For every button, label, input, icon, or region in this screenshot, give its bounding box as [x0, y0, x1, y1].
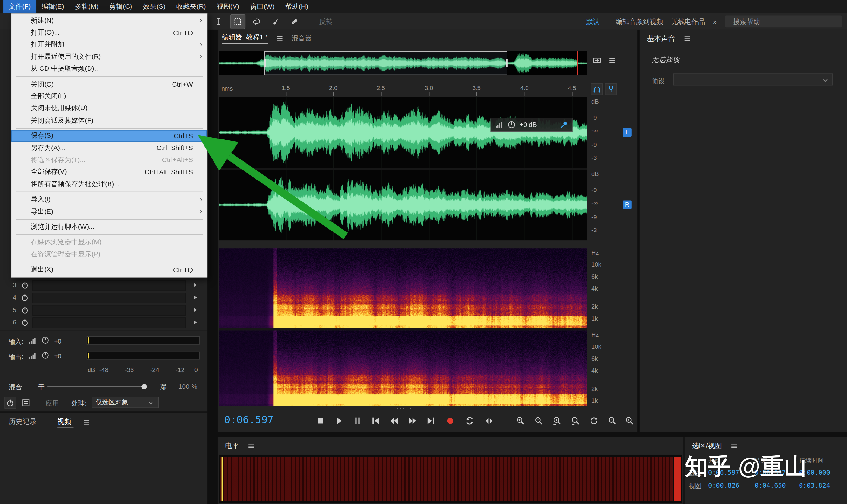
essential-sound-menu-icon[interactable]	[683, 35, 692, 43]
slot-arrow-icon[interactable]	[191, 281, 199, 289]
history-panel-menu-icon[interactable]	[82, 418, 91, 427]
zoom-selection-right-button[interactable]	[623, 414, 636, 427]
file-menu-item-6[interactable]: 关闭(C)Ctrl+W	[11, 78, 207, 90]
slot-power-button[interactable]	[21, 318, 30, 327]
rack-list-icon[interactable]	[22, 398, 30, 407]
spot-healing-brush-tool[interactable]	[287, 15, 301, 29]
slot-arrow-icon[interactable]	[191, 319, 199, 326]
zoom-out-time-button[interactable]	[569, 414, 582, 427]
mix-slider-handle[interactable]	[141, 384, 147, 390]
file-menu-item-2[interactable]: 打开并附加›	[11, 39, 207, 51]
overview-playhead[interactable]	[577, 51, 578, 75]
file-menu-item-25[interactable]: 退出(X)Ctrl+Q	[11, 264, 207, 276]
slot-arrow-icon[interactable]	[191, 306, 199, 313]
clip-indicator[interactable]	[674, 457, 681, 501]
menubar-item-2[interactable]: 多轨(M)	[69, 0, 104, 13]
zoom-in-button[interactable]	[514, 414, 527, 427]
spectrogram-canvas-right[interactable]	[219, 330, 587, 406]
menubar-item-1[interactable]: 编辑(E)	[36, 0, 69, 13]
workspace-overflow-chevrons[interactable]: »	[713, 18, 717, 25]
record-button[interactable]	[443, 414, 456, 427]
slot-arrow-icon[interactable]	[191, 294, 199, 301]
fast-forward-button[interactable]	[406, 414, 419, 427]
file-menu-item-18[interactable]: 导出(E)›	[11, 206, 207, 218]
mix-slider-track[interactable]	[48, 386, 144, 387]
apply-button[interactable]: 应用	[45, 399, 59, 408]
waveform-canvas-left[interactable]	[219, 97, 587, 168]
lasso-selection-tool[interactable]	[250, 15, 264, 29]
file-menu-item-14[interactable]: 全部保存(V)Ctrl+Alt+Shift+S	[11, 166, 207, 178]
file-menu-item-12[interactable]: 另存为(A)...Ctrl+Shift+S	[11, 142, 207, 154]
preset-select[interactable]	[673, 73, 833, 85]
slot-power-button[interactable]	[21, 293, 30, 302]
paintbrush-selection-tool[interactable]	[268, 15, 282, 29]
menubar-item-8[interactable]: 帮助(H)	[280, 0, 313, 13]
output-gain-knob[interactable]	[41, 351, 50, 360]
spectrogram-canvas-left[interactable]	[219, 248, 587, 328]
selection-view-menu-icon[interactable]	[730, 442, 739, 450]
menubar-item-7[interactable]: 窗口(W)	[245, 0, 280, 13]
zoom-selection-left-button[interactable]	[606, 414, 619, 427]
input-gain-knob[interactable]	[41, 336, 50, 344]
channel-badge-R[interactable]: R	[623, 200, 632, 209]
wave-spectral-splitter[interactable]: ······	[219, 243, 587, 246]
rack-power-button[interactable]	[4, 397, 16, 409]
hud-pin-icon[interactable]	[560, 121, 568, 129]
channel-badge-L[interactable]: L	[623, 128, 632, 137]
editor-panel-menu-icon[interactable]	[275, 34, 284, 42]
pause-button[interactable]	[351, 414, 364, 427]
menubar-item-6[interactable]: 视图(V)	[211, 0, 245, 13]
file-menu-item-20[interactable]: 浏览并运行脚本(W)...	[11, 221, 207, 233]
zoom-in-time-button[interactable]	[550, 414, 563, 427]
tab-mixer[interactable]: 混音器	[292, 34, 312, 43]
auto-scroll-icon[interactable]	[593, 56, 601, 65]
reverse-button[interactable]: 反转	[316, 17, 336, 27]
file-menu-item-9[interactable]: 关闭会话及其媒体(F)	[11, 114, 207, 127]
view-range-box[interactable]	[264, 51, 507, 75]
help-search-input[interactable]: 搜索帮助	[725, 16, 842, 28]
marquee-selection-tool[interactable]	[231, 15, 245, 29]
play-button[interactable]	[332, 414, 345, 427]
rewind-button[interactable]	[387, 414, 400, 427]
hud-gain-knob[interactable]	[507, 121, 516, 129]
zoom-reset-button[interactable]	[587, 414, 600, 427]
file-menu-item-11[interactable]: 保存(S)Ctrl+S	[11, 130, 207, 142]
menubar-item-4[interactable]: 效果(S)	[138, 0, 171, 13]
file-menu-item-17[interactable]: 导入(I)›	[11, 193, 207, 205]
tab-video[interactable]: 视频	[57, 417, 71, 427]
overview-menu-icon[interactable]	[607, 56, 616, 65]
overview-strip[interactable]	[219, 51, 587, 75]
file-menu-item-0[interactable]: 新建(N)›	[11, 15, 207, 26]
menubar-item-5[interactable]: 收藏夹(R)	[171, 0, 211, 13]
selection-value[interactable]: 0:04.650	[755, 482, 786, 489]
slot-power-button[interactable]	[21, 305, 30, 314]
workspace-radio-production[interactable]: 无线电作品	[671, 17, 705, 26]
selection-value[interactable]: 0:00.826	[708, 482, 739, 489]
waveform-canvas-right[interactable]	[219, 169, 587, 240]
selection-value[interactable]: 0:03.824	[799, 482, 830, 489]
workspace-default[interactable]: 默认	[586, 17, 600, 26]
menubar-item-3[interactable]: 剪辑(C)	[104, 0, 138, 13]
zoom-out-button[interactable]	[532, 414, 545, 427]
loop-playback-button[interactable]	[463, 414, 476, 427]
headphone-monitor-button[interactable]	[591, 83, 603, 95]
stop-button[interactable]	[314, 414, 327, 427]
file-menu-item-7[interactable]: 全部关闭(L)	[11, 90, 207, 102]
timeline-ruler[interactable]: hms 1.52.02.53.03.54.04.5	[219, 81, 587, 96]
skip-to-start-button[interactable]	[369, 414, 382, 427]
levels-panel-menu-icon[interactable]	[247, 442, 255, 450]
view-box-left-handle[interactable]	[264, 59, 266, 67]
process-select[interactable]: 仅选区对象	[92, 397, 159, 408]
pitch-monitor-button[interactable]	[605, 83, 617, 95]
time-selection-tool[interactable]	[212, 15, 226, 29]
slot-power-button[interactable]	[21, 281, 30, 290]
file-menu-item-3[interactable]: 打开最近使用的文件(R)›	[11, 51, 207, 62]
effect-slot[interactable]	[32, 280, 186, 291]
tab-editor[interactable]: 编辑器: 教程1 *	[222, 33, 268, 43]
effect-slot[interactable]	[32, 305, 186, 316]
gain-hud[interactable]: +0 dB	[490, 118, 572, 132]
file-menu-item-15[interactable]: 将所有音频保存为批处理(B)...	[11, 178, 207, 190]
menubar-item-0[interactable]: 文件(F)	[3, 0, 36, 13]
view-box-right-handle[interactable]	[506, 59, 508, 67]
skip-selection-button[interactable]	[482, 414, 495, 427]
